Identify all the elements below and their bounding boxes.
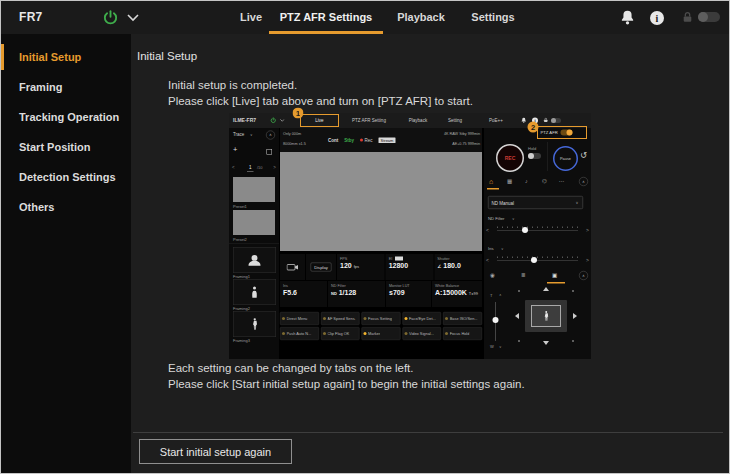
- fn-button: Clip Flag OK: [321, 327, 360, 340]
- fn-button: Focus Hold: [443, 327, 482, 340]
- fn-button: Video Signal...: [402, 327, 441, 340]
- mini-iris-slider: < >: [486, 256, 589, 264]
- tab-settings[interactable]: Settings: [463, 1, 523, 34]
- mini-nd-slider: < >: [486, 226, 589, 234]
- tab-playback[interactable]: Playback: [391, 1, 451, 34]
- person-full-icon: [251, 315, 258, 334]
- pan-right-icon: [573, 313, 577, 319]
- mini-collapse-left-icon: ∧: [266, 131, 275, 140]
- mini-nd-mode-select: ND Manual ∨: [488, 196, 583, 209]
- mini-cont-label: Cont: [328, 138, 338, 143]
- sidebar-item-others[interactable]: Others: [1, 192, 131, 222]
- mini-chevron-down-icon: [280, 119, 285, 122]
- camera-icon: [287, 263, 299, 271]
- mini-page-next-icon: >: [273, 165, 276, 170]
- mini-display-button: Display: [306, 254, 336, 280]
- mini-pan-tilt-pad: [514, 286, 578, 346]
- bag-icon: ⌬: [542, 178, 547, 185]
- fn-button: Base ISO/Sen...: [443, 312, 482, 325]
- grid-icon: ▦: [507, 178, 512, 185]
- info-icon[interactable]: i: [650, 11, 664, 25]
- callout-1-badge: 1: [293, 108, 304, 119]
- mini-preset2-thumb: [233, 210, 275, 235]
- mini-preset-panel: Trace ∨ ∧ + < 1 /10 > Preset1 Preset2: [229, 128, 279, 359]
- mini-lock-icon: [543, 118, 549, 124]
- mini-hold-toggle: [528, 153, 541, 159]
- lock-icon: [681, 11, 694, 24]
- mini-nd-cell: ND Filter ND 1/128: [328, 281, 385, 307]
- mini-status-right1: 4K RAW Stby 999min: [444, 131, 480, 136]
- fn-button: Marker: [362, 327, 401, 340]
- home-icon: ⌂: [489, 177, 493, 185]
- callout-2-highlight-box: PTZ AFR: [537, 126, 587, 139]
- mini-iris-label: Iris: [488, 246, 494, 251]
- person-half-icon: [250, 284, 259, 301]
- mini-stream-chip: Stream: [379, 137, 396, 143]
- mini-control-panel: 2 PTZ AFR REC Hold Pause ↺ ⌂: [484, 128, 591, 359]
- fn-button: Focus Setting: [362, 312, 401, 325]
- mini-camera-icon-cell: [280, 254, 305, 280]
- mini-stby-label: Stby: [344, 138, 354, 143]
- intro-text: Initial setup is completed. Please click…: [168, 77, 473, 109]
- person-bust-icon: [246, 254, 263, 266]
- mini-reset-icon: ↺: [580, 150, 587, 161]
- mini-zoom-t-label: T: [490, 293, 492, 298]
- app-window: FR7 Live PTZ AFR Settings Playback Setti…: [0, 0, 730, 474]
- mini-trace-label: Trace: [233, 132, 244, 137]
- mini-wb-cell: White Balance A:15000K T±99: [432, 281, 482, 307]
- pan-left-icon: [515, 313, 519, 319]
- mini-bell-icon: [521, 117, 527, 124]
- screenshot-illustration: ILME-FR7 Live PTZ AFR Setting Playback S…: [229, 113, 591, 359]
- mini-preset1-thumb: [233, 177, 275, 202]
- mini-add-icon: +: [233, 145, 237, 154]
- mini-framing2-thumb: [233, 279, 276, 305]
- mini-zoom-w-label: W: [490, 344, 494, 349]
- mini-status-left2: 8000mm x1.5: [283, 141, 306, 146]
- mini-ptz-afr-toggle: [561, 130, 573, 136]
- mini-trace-chevron-icon: ∨: [250, 133, 253, 137]
- frame-mode-icon: ▣: [552, 272, 557, 279]
- restart-setup-button[interactable]: Start initial setup again: [139, 439, 292, 464]
- person-full-icon: [543, 310, 549, 322]
- sidebar-item-start-position[interactable]: Start Position: [1, 132, 131, 162]
- sidebar-item-tracking-operation[interactable]: Tracking Operation: [1, 102, 131, 132]
- mini-page-prev-icon: <: [232, 165, 235, 170]
- mini-video-area: [280, 152, 482, 251]
- sidebar-item-detection-settings[interactable]: Detection Settings: [1, 162, 131, 192]
- mini-preset2-label: Preset2: [233, 237, 247, 242]
- power-icon[interactable]: [102, 9, 119, 26]
- tilt-down-icon: [543, 341, 549, 345]
- ui-lock-toggle[interactable]: [698, 12, 720, 22]
- sidebar-item-framing[interactable]: Framing: [1, 72, 131, 102]
- chevron-down-icon: ∨: [576, 197, 579, 210]
- bell-icon[interactable]: [620, 9, 635, 26]
- fn-button: Push Auto N...: [280, 327, 319, 340]
- mini-rec-button: REC: [496, 144, 524, 172]
- mini-collapse-right-icon: ∧: [579, 177, 588, 186]
- mini-rec-label: Rec: [365, 138, 373, 143]
- mini-ptz-afr-label: PTZ AFR: [541, 130, 558, 135]
- tab-ptz-afr-settings[interactable]: PTZ AFR Settings: [269, 1, 383, 34]
- mini-hold-label: Hold: [528, 146, 536, 151]
- mini-lock-toggle: [551, 118, 561, 123]
- mini-framing3-thumb: [233, 311, 276, 337]
- tilt-up-icon: [543, 287, 549, 291]
- mini-status-left1: Only 000m: [283, 131, 301, 136]
- more-icon: ⋯: [559, 178, 565, 185]
- mini-shutter-cell: Shutter ∠ 180.0: [434, 254, 482, 280]
- fn-button: Direct Menu: [280, 312, 319, 325]
- mini-framing2-label: Framing2: [233, 306, 250, 311]
- mini-framing1-thumb: [233, 247, 276, 273]
- chevron-down-icon[interactable]: [127, 14, 139, 22]
- mini-fps-cell: FPS 120 fps: [337, 254, 385, 280]
- mini-status-bar: Only 000m 8000mm x1.5 Cont Stby Rec Stre…: [280, 128, 482, 152]
- mini-page-total: /10: [257, 166, 263, 171]
- mini-preset1-label: Preset1: [233, 204, 247, 209]
- sliders-icon: ≣: [521, 272, 526, 279]
- mini-left-divider: [229, 243, 279, 244]
- sidebar: Initial Setup Framing Tracking Operation…: [1, 34, 131, 473]
- page-title: Initial Setup: [137, 50, 197, 62]
- outro-text: Each setting can be changed by tabs on t…: [168, 360, 525, 392]
- mini-ei-cell: EI 12800: [386, 254, 434, 280]
- sidebar-item-initial-setup[interactable]: Initial Setup: [1, 42, 131, 72]
